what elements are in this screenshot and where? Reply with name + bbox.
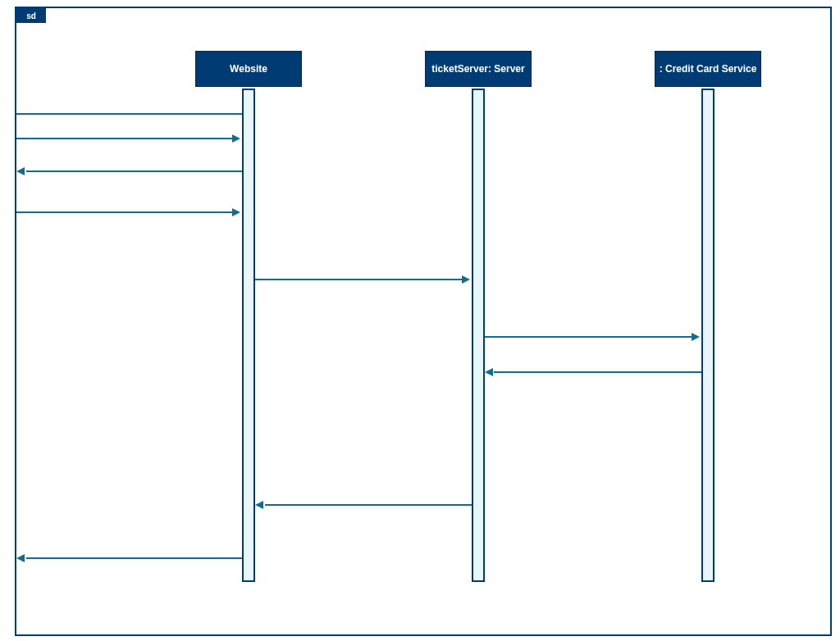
- sequence-diagram-frame: sd Website ticketServer: Server : Credit…: [15, 7, 832, 636]
- arrowhead-icon: [692, 333, 700, 341]
- message-arrow-server-to-credit: [485, 336, 693, 338]
- activation-bar-credit-card-service: [701, 89, 714, 582]
- arrowhead-icon: [16, 167, 25, 175]
- message-arrow-2: [16, 138, 234, 139]
- lifeline-head-website: Website: [195, 51, 302, 87]
- lifeline-head-credit-card-service: : Credit Card Service: [655, 51, 761, 87]
- message-arrow-website-to-server: [255, 279, 463, 280]
- arrowhead-icon: [462, 275, 470, 284]
- message-arrow-server-return: [265, 504, 472, 506]
- arrowhead-icon: [232, 208, 240, 216]
- message-arrow-final-return: [26, 557, 242, 559]
- arrowhead-icon: [232, 134, 240, 143]
- frame-label: sd: [16, 8, 46, 23]
- activation-bar-server: [472, 89, 485, 582]
- arrowhead-icon: [16, 554, 25, 562]
- message-arrow-3-return: [26, 170, 242, 172]
- lifeline-head-server: ticketServer: Server: [425, 51, 532, 87]
- message-arrow-4: [16, 211, 234, 213]
- message-arrow-1: [16, 113, 242, 115]
- message-arrow-credit-return: [494, 371, 701, 373]
- activation-bar-website: [242, 89, 255, 582]
- arrowhead-icon: [255, 501, 263, 509]
- arrowhead-icon: [485, 368, 493, 376]
